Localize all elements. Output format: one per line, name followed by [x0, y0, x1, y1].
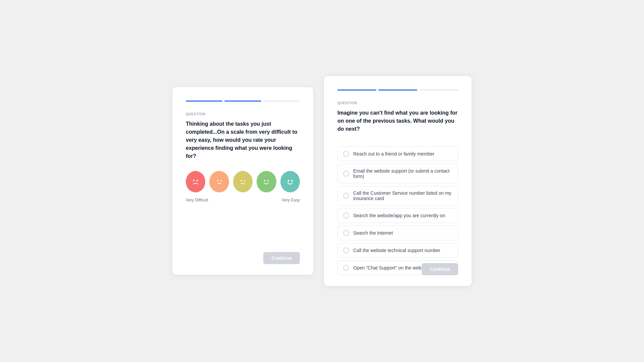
option-radio: [343, 151, 349, 157]
progress-bar-2: [337, 89, 458, 90]
svg-point-5: [220, 180, 222, 181]
svg-point-7: [240, 180, 242, 181]
question-label-1: QUESTION: [186, 112, 300, 116]
progress-segment-2-1: [337, 89, 376, 90]
option-text: Open "Chat Support" on the website: [353, 265, 429, 270]
emoji-very-difficult[interactable]: [186, 171, 205, 192]
option-text: Search the website/app you are currently…: [353, 213, 445, 218]
option-item[interactable]: Call the Customer Service number listed …: [337, 186, 458, 205]
emoji-rating-row: [186, 171, 300, 192]
option-radio: [343, 265, 349, 271]
progress-segment-2-3: [419, 89, 458, 90]
svg-point-6: [237, 176, 249, 188]
svg-point-10: [260, 176, 272, 188]
card-next-action: QUESTION Imagine you can't find what you…: [324, 76, 472, 286]
option-radio: [343, 230, 349, 236]
option-text: Email the website support (or submit a c…: [353, 168, 452, 179]
progress-bar: [186, 101, 300, 102]
svg-point-3: [213, 176, 225, 188]
option-item[interactable]: Search the website/app you are currently…: [337, 208, 458, 223]
progress-segment-3: [263, 101, 300, 102]
options-list: Reach out to a friend or family memberEm…: [337, 146, 458, 275]
progress-segment-2-2: [378, 89, 417, 90]
option-item[interactable]: Search the internet: [337, 226, 458, 240]
question-label-2: QUESTION: [337, 101, 458, 105]
option-radio: [343, 171, 349, 177]
svg-point-0: [190, 176, 202, 188]
question-text-1: Thinking about the tasks you just comple…: [186, 120, 300, 160]
emoji-neutral[interactable]: [233, 171, 253, 192]
emoji-very-easy[interactable]: [280, 171, 300, 192]
continue-button-2[interactable]: Continue: [422, 263, 458, 275]
emoji-difficult[interactable]: [209, 171, 229, 192]
card-difficulty: QUESTION Thinking about the tasks you ju…: [172, 87, 313, 275]
option-radio: [343, 247, 349, 253]
option-item[interactable]: Email the website support (or submit a c…: [337, 164, 458, 183]
svg-point-11: [264, 180, 265, 181]
svg-point-15: [291, 180, 292, 182]
scale-labels: Very Difficult Very Easy: [186, 198, 300, 202]
progress-segment-1: [186, 101, 222, 102]
option-radio: [343, 213, 349, 219]
option-text: Reach out to a friend or family member: [353, 151, 434, 157]
svg-point-12: [267, 180, 269, 181]
option-text: Call the Customer Service number listed …: [353, 190, 452, 201]
question-text-2: Imagine you can't find what you are look…: [337, 109, 458, 133]
svg-point-13: [284, 176, 296, 188]
option-item[interactable]: Reach out to a friend or family member: [337, 146, 458, 161]
emoji-easy[interactable]: [257, 171, 276, 192]
svg-point-4: [217, 180, 218, 181]
svg-point-8: [244, 180, 245, 181]
option-text: Search the internet: [353, 230, 393, 236]
option-radio: [343, 193, 349, 199]
scale-high-label: Very Easy: [282, 198, 300, 202]
option-item[interactable]: Call the website technical support numbe…: [337, 243, 458, 258]
scale-low-label: Very Difficult: [186, 198, 208, 202]
svg-point-14: [287, 180, 289, 182]
continue-button-1[interactable]: Continue: [263, 252, 300, 264]
progress-segment-2: [224, 101, 261, 102]
option-text: Call the website technical support numbe…: [353, 248, 440, 253]
